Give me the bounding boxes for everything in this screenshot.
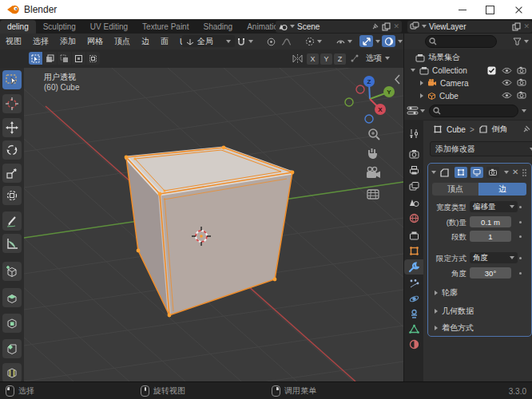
transform-orientation-dropdown[interactable]: 全局 [182, 35, 235, 47]
workspace-tab-sculpting[interactable]: Sculpting [36, 20, 83, 34]
tab-object-data[interactable] [404, 322, 423, 337]
disclosure-closed-icon[interactable] [420, 81, 423, 85]
tab-collection-props[interactable] [404, 228, 423, 243]
gizmo-z-neg-ball[interactable] [365, 115, 373, 123]
tool-annotate[interactable] [2, 211, 22, 231]
outliner-search-input[interactable] [425, 35, 497, 48]
pin-icon[interactable] [371, 22, 379, 30]
chevron-down-icon[interactable] [347, 40, 352, 43]
modifier-extras-icon[interactable] [504, 171, 509, 174]
options-dropdown[interactable]: 选项 [366, 53, 390, 64]
breadcrumb-object[interactable]: Cube [447, 125, 466, 134]
outliner-row-scene-collection[interactable]: 场景集合 [404, 51, 532, 64]
tab-constraints[interactable] [404, 306, 423, 322]
tab-physics[interactable] [404, 291, 423, 306]
tab-world[interactable] [404, 211, 423, 226]
tool-bevel[interactable] [2, 339, 22, 358]
tab-scene[interactable] [404, 195, 423, 210]
tab-object[interactable] [404, 243, 423, 259]
bevel-tab-edges[interactable]: 边 [478, 183, 526, 196]
chevron-down-icon[interactable] [398, 40, 403, 43]
mirror-z-toggle[interactable]: Z [334, 53, 346, 65]
gizmo-x-neg-ball[interactable] [356, 85, 364, 93]
mirror-y-toggle[interactable]: Y [320, 53, 332, 65]
show-overlays-toggle[interactable] [382, 35, 395, 47]
tool-transform[interactable] [2, 186, 22, 205]
tab-particles[interactable] [404, 276, 423, 291]
tool-add-cube[interactable] [2, 262, 22, 281]
realtime-display-toggle[interactable] [470, 167, 483, 178]
viewlayer-selector[interactable]: ViewLayer ✕ [407, 21, 532, 33]
show-hide-icon[interactable] [335, 37, 346, 46]
menu-edge[interactable]: 边 [136, 36, 155, 47]
breadcrumb-modifier[interactable]: 倒角 [492, 124, 508, 135]
render-camera-icon[interactable] [517, 91, 526, 99]
animate-dot[interactable] [519, 235, 522, 238]
tool-box-select[interactable] [2, 70, 22, 89]
tab-output[interactable] [404, 163, 423, 178]
proportional-edit-icon[interactable] [267, 38, 276, 46]
pin-icon[interactable] [522, 124, 531, 133]
animate-dot[interactable] [519, 221, 522, 223]
workspace-tab-modeling[interactable]: deling [0, 20, 36, 34]
tool-cursor[interactable] [2, 94, 22, 113]
section-shading[interactable]: 着色方式 [435, 322, 474, 334]
tab-material[interactable] [404, 337, 423, 352]
drag-handle-icon[interactable] [522, 168, 527, 177]
select-mode-paint[interactable] [86, 52, 100, 65]
menu-add[interactable]: 添加 [54, 36, 81, 47]
bevel-tab-vertices[interactable]: 顶点 [432, 183, 478, 196]
chevron-down-icon[interactable] [524, 40, 529, 43]
snap-magnet-icon[interactable] [236, 37, 246, 46]
width-type-dropdown[interactable]: 偏移量 [470, 201, 518, 212]
outliner-row-collection[interactable]: Collection [404, 64, 532, 77]
new-scene-icon[interactable] [382, 22, 391, 31]
tab-view-layer[interactable] [404, 179, 423, 194]
animate-dot[interactable] [519, 257, 522, 259]
snap-symmetry-icon[interactable] [350, 53, 359, 63]
workspace-tab-texture-paint[interactable]: Texture Paint [135, 20, 196, 34]
falloff-curve-icon[interactable] [281, 38, 292, 46]
select-mode-box[interactable] [43, 52, 57, 65]
menu-vertex[interactable]: 顶点 [109, 36, 136, 47]
section-profile[interactable]: 轮廓 [435, 287, 458, 298]
menu-mesh[interactable]: 网格 [81, 36, 109, 47]
gizmo-y-neg-ball[interactable] [345, 98, 353, 106]
editmode-display-toggle[interactable] [455, 167, 467, 178]
new-viewlayer-icon[interactable] [512, 22, 521, 31]
scene-selector[interactable]: Scene ✕ [276, 21, 402, 33]
close-button[interactable] [505, 0, 532, 19]
disclosure-closed-icon[interactable] [420, 93, 423, 98]
minimize-button[interactable] [449, 0, 476, 19]
disclosure-open-icon[interactable] [411, 69, 415, 72]
tab-tool[interactable] [404, 126, 423, 141]
select-mode-lasso[interactable] [72, 52, 85, 65]
render-camera-icon[interactable] [517, 66, 526, 74]
outliner-row-cube[interactable]: Cube [404, 89, 532, 102]
panel-expand-icon[interactable] [431, 171, 436, 174]
select-mode-circle[interactable] [58, 52, 71, 65]
delete-modifier-icon[interactable]: ✕ [512, 168, 518, 176]
segments-field[interactable]: 1 [470, 231, 511, 242]
unlink-scene-icon[interactable]: ✕ [393, 22, 399, 30]
remove-viewlayer-icon[interactable]: ✕ [523, 22, 530, 30]
animate-dot[interactable] [519, 206, 522, 208]
menu-select[interactable]: 选择 [27, 36, 54, 47]
limit-method-dropdown[interactable]: 角度 [470, 252, 518, 263]
select-mode-tweak[interactable] [29, 52, 42, 65]
tab-render[interactable] [404, 147, 423, 162]
menu-view[interactable]: 视图 [0, 36, 27, 47]
viewport-3d[interactable]: Z Y X [24, 68, 403, 381]
filter-chevron-icon[interactable] [522, 109, 526, 113]
tool-inset-faces[interactable] [2, 314, 22, 333]
amount-field[interactable]: 0.1 m [470, 216, 511, 227]
filter-icon[interactable] [513, 38, 522, 45]
chevron-down-icon[interactable] [248, 40, 253, 43]
tab-modifiers[interactable] [404, 259, 423, 275]
menu-face[interactable]: 面 [155, 36, 174, 47]
tool-loop-cut[interactable] [2, 363, 22, 382]
pivot-point-icon[interactable] [305, 37, 315, 46]
show-gizmo-toggle[interactable] [359, 35, 373, 47]
section-geometry[interactable]: 几何数据 [435, 306, 474, 317]
tool-scale[interactable] [2, 164, 22, 183]
